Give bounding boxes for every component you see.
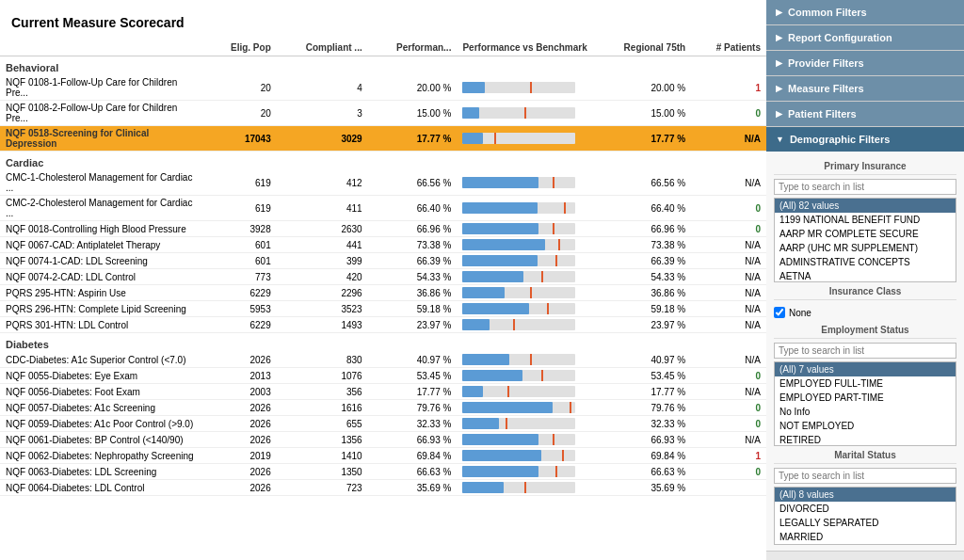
- demographic-filters-label: Demographic Filters: [790, 134, 890, 145]
- patient-filters-section: ▶ Patient Filters: [766, 102, 964, 127]
- list-item[interactable]: MARRIED: [775, 530, 956, 544]
- performance-bar: [457, 237, 592, 253]
- performance-pct: 73.38 %: [368, 237, 458, 253]
- performance-bar: [457, 480, 592, 496]
- measure-name: NQF 0061-Diabetes: BP Control (<140/90): [0, 432, 207, 448]
- provider-filters-header[interactable]: ▶ Provider Filters: [766, 51, 964, 75]
- list-item[interactable]: 1199 NATIONAL BENEFIT FUND: [775, 213, 956, 227]
- regional-75th: 66.93 %: [593, 432, 691, 448]
- elig-pop: 619: [207, 170, 277, 196]
- col-perf-vs-bench: Performance vs Benchmark: [457, 40, 592, 56]
- compliant: 2630: [277, 221, 368, 237]
- demographic-filters-header[interactable]: ▼ Demographic Filters: [766, 127, 964, 152]
- right-panel: ▶ Common Filters ▶ Report Configuration …: [766, 0, 964, 560]
- elig-pop: 773: [207, 269, 277, 285]
- list-item[interactable]: No Info: [775, 405, 956, 419]
- list-item[interactable]: EMPLOYED FULL-TIME: [775, 376, 956, 391]
- elig-pop: 17043: [207, 126, 277, 152]
- section-header: Behavioral: [0, 56, 766, 76]
- list-item[interactable]: RETIRED: [775, 433, 956, 446]
- provider-arrow-icon: ▶: [776, 58, 782, 68]
- primary-insurance-title: Primary Insurance: [774, 157, 956, 175]
- compliant: 1616: [277, 400, 368, 416]
- regional-75th: 35.69 %: [593, 480, 691, 496]
- table-row: NQF 0108-1-Follow-Up Care for Children P…: [0, 75, 766, 101]
- performance-bar: [457, 196, 592, 221]
- table-row: NQF 0056-Diabetes: Foot Exam200335617.77…: [0, 384, 766, 400]
- patient-filters-label: Patient Filters: [788, 108, 857, 120]
- common-arrow-icon: ▶: [776, 8, 782, 17]
- patient-filters-header[interactable]: ▶ Patient Filters: [766, 102, 964, 126]
- employment-status-search[interactable]: [774, 343, 956, 359]
- measure-name: NQF 0018-Controlling High Blood Pressure: [0, 221, 207, 237]
- report-config-header[interactable]: ▶ Report Configuration: [766, 25, 964, 50]
- num-patients: N/A: [691, 432, 766, 448]
- num-patients: N/A: [691, 285, 766, 301]
- employment-status-list: (All) 7 valuesEMPLOYED FULL-TIMEEMPLOYED…: [774, 361, 956, 446]
- common-filters-header[interactable]: ▶ Common Filters: [766, 0, 964, 24]
- compliant: 4: [277, 75, 368, 101]
- list-item[interactable]: (All) 82 values: [775, 199, 956, 213]
- regional-75th: 79.76 %: [593, 400, 691, 416]
- report-config-label: Report Configuration: [788, 32, 892, 43]
- elig-pop: 619: [207, 196, 277, 221]
- report-arrow-icon: ▶: [776, 33, 782, 42]
- list-item[interactable]: EMPLOYED PART-TIME: [775, 391, 956, 405]
- performance-pct: 69.84 %: [368, 448, 458, 464]
- regional-75th: 59.18 %: [593, 301, 691, 317]
- marital-status-search[interactable]: [774, 468, 956, 484]
- list-item[interactable]: AARP (UHC MR SUPPLEMENT): [775, 241, 956, 255]
- demographic-filters-body: Primary Insurance (All) 82 values1199 NA…: [766, 152, 964, 551]
- compliant: 1076: [277, 368, 368, 384]
- elig-pop: 20: [207, 101, 277, 126]
- performance-bar: [457, 285, 592, 301]
- common-filters-label: Common Filters: [788, 7, 867, 18]
- performance-bar: [457, 432, 592, 448]
- list-item[interactable]: (All) 7 values: [775, 362, 956, 376]
- table-row: NQF 0018-Controlling High Blood Pressure…: [0, 221, 766, 237]
- table-row: NQF 0063-Diabetes: LDL Screening20261350…: [0, 464, 766, 480]
- table-row: NQF 0061-Diabetes: BP Control (<140/90)2…: [0, 432, 766, 448]
- table-row: CDC-Diabetes: A1c Superior Control (<7.0…: [0, 352, 766, 368]
- table-row: PQRS 295-HTN: Aspirin Use6229229636.86 %…: [0, 285, 766, 301]
- list-item[interactable]: DIVORCED: [775, 502, 956, 516]
- patient-arrow-icon: ▶: [776, 109, 782, 119]
- list-item[interactable]: AETNA: [775, 269, 956, 282]
- measure-name: NQF 0108-1-Follow-Up Care for Children P…: [0, 75, 207, 101]
- table-row: NQF 0518-Screening for Clinical Depressi…: [0, 126, 766, 152]
- col-performance: Performan...: [368, 40, 458, 56]
- insurance-class-none-label: None: [789, 308, 811, 318]
- compliant: 830: [277, 352, 368, 368]
- elig-pop: 2026: [207, 480, 277, 496]
- measure-name: NQF 0518-Screening for Clinical Depressi…: [0, 126, 207, 152]
- performance-pct: 17.77 %: [368, 384, 458, 400]
- regional-75th: 15.00 %: [593, 101, 691, 126]
- performance-pct: 40.97 %: [368, 352, 458, 368]
- list-item[interactable]: NOT EMPLOYED: [775, 419, 956, 433]
- num-patients: 1: [691, 75, 766, 101]
- insurance-class-none-checkbox[interactable]: [774, 307, 785, 318]
- performance-pct: 54.33 %: [368, 269, 458, 285]
- performance-bar: [457, 301, 592, 317]
- compliant: 2296: [277, 285, 368, 301]
- num-patients: N/A: [691, 170, 766, 196]
- list-item[interactable]: (All) 8 values: [775, 488, 956, 502]
- performance-pct: 15.00 %: [368, 101, 458, 126]
- list-item[interactable]: AARP MR COMPLETE SECURE: [775, 227, 956, 241]
- compliant: 3029: [277, 126, 368, 152]
- performance-pct: 17.77 %: [368, 126, 458, 152]
- num-patients: 0: [691, 400, 766, 416]
- measure-filters-header[interactable]: ▶ Measure Filters: [766, 76, 964, 101]
- list-item[interactable]: ADMINSTRATIVE CONCEPTS: [775, 255, 956, 269]
- list-item[interactable]: LEGALLY SEPARATED: [775, 516, 956, 530]
- performance-bar: [457, 317, 592, 333]
- performance-bar: [457, 400, 592, 416]
- demographic-filters-section: ▼ Demographic Filters Primary Insurance …: [766, 127, 964, 552]
- compliant: 399: [277, 253, 368, 269]
- table-row: NQF 0062-Diabetes: Nephropathy Screening…: [0, 448, 766, 464]
- primary-insurance-search[interactable]: [774, 179, 956, 195]
- insurance-class-title: Insurance Class: [774, 282, 956, 300]
- num-patients: 1: [691, 448, 766, 464]
- num-patients: 0: [691, 101, 766, 126]
- compliant: 1410: [277, 448, 368, 464]
